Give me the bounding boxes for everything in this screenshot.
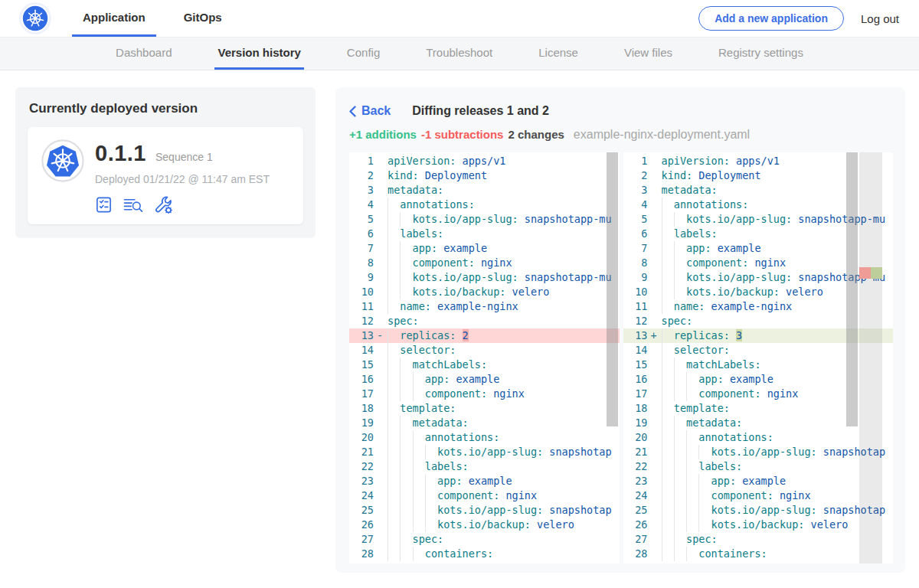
diff-line: 14selector: [349, 343, 620, 358]
diff-line: 5kots.io/app-slug: snapshotapp-mu [349, 212, 620, 227]
diff-line: 23app: example [349, 474, 620, 488]
kubernetes-logo-icon [21, 5, 49, 32]
deployed-version-number: 0.1.1 [95, 141, 146, 166]
app-kubernetes-badge-icon [41, 139, 84, 182]
diff-editor: 1apiVersion: apps/v12kind: Deployment3me… [349, 152, 893, 564]
diff-line: 9kots.io/app-slug: snapshotapp-mu [349, 270, 620, 285]
deployed-sequence-label: Sequence 1 [155, 151, 213, 163]
back-link[interactable]: Back [349, 104, 391, 118]
diff-line: 2kind: Deployment [349, 168, 620, 183]
diff-line: 20annotations: [349, 430, 620, 445]
deployed-card-title: Currently deployed version [29, 101, 303, 116]
diff-line: 21kots.io/app-slug: snapshotap [349, 445, 620, 459]
diff-line: 1apiVersion: apps/v1 [349, 154, 620, 168]
diff-line: 15matchLabels: [349, 358, 620, 372]
deployed-version-tile: 0.1.1 Sequence 1 Deployed 01/21/22 @ 11:… [28, 127, 303, 224]
diff-line: 18template: [349, 401, 620, 416]
diff-filename: example-nginx-deployment.yaml [574, 128, 750, 142]
diff-line: 17component: nginx [349, 387, 620, 401]
subnav-item-view-files[interactable]: View files [621, 38, 675, 70]
diff-line: 25kots.io/app-slug: snapshotap [623, 503, 894, 518]
app-subnav: DashboardVersion historyConfigTroublesho… [0, 37, 919, 70]
subnav-item-registry-settings[interactable]: Registry settings [715, 38, 806, 70]
add-application-button[interactable]: Add a new application [698, 6, 844, 31]
deployed-timestamp: Deployed 01/21/22 @ 11:47 am EST [95, 173, 270, 185]
subnav-item-license[interactable]: License [535, 38, 581, 70]
diff-title: Diffing releases 1 and 2 [412, 104, 549, 118]
subnav-item-dashboard[interactable]: Dashboard [113, 38, 175, 70]
ruler-removed-mark [859, 267, 871, 279]
diff-line: 26kots.io/backup: velero [349, 518, 620, 532]
version-action-icons [95, 195, 270, 214]
navbar-tab-gitops[interactable]: GitOps [173, 0, 233, 37]
subnav-item-version-history[interactable]: Version history [214, 38, 303, 70]
diff-line: 4annotations: [349, 198, 620, 212]
diff-line: 16app: example [349, 372, 620, 387]
diff-line: 28containers: [349, 547, 620, 561]
subnav-item-troubleshoot[interactable]: Troubleshoot [423, 38, 495, 70]
diff-line: 11name: example-nginx [349, 299, 620, 314]
diff-line: 19metadata: [349, 416, 620, 430]
subtractions-count: -1 subtractions [421, 128, 504, 141]
diff-line: 24component: nginx [623, 488, 894, 503]
overview-ruler[interactable] [859, 152, 882, 564]
diff-line: 3metadata: [349, 183, 620, 198]
subnav-item-config[interactable]: Config [344, 38, 383, 70]
diff-stats: +1 additions -1 subtractions 2 changes e… [349, 128, 893, 142]
top-navbar: ApplicationGitOps Add a new application … [0, 0, 919, 37]
main-content: Currently deployed version 0.1.1 Sequenc… [0, 70, 919, 573]
additions-count: +1 additions [349, 128, 417, 141]
diff-line: 6labels: [349, 227, 620, 241]
diff-line: 25kots.io/app-slug: snapshotap [349, 503, 620, 518]
diff-line: 23app: example [623, 474, 894, 488]
app-tabs: ApplicationGitOps [72, 0, 250, 37]
logout-link[interactable]: Log out [861, 12, 905, 25]
diff-line: 22labels: [349, 459, 620, 474]
right-scrollbar-thumb[interactable] [846, 152, 858, 426]
navbar-tab-application[interactable]: Application [72, 0, 156, 37]
diff-line: 26kots.io/backup: velero [623, 518, 894, 532]
diff-line: 12spec: [349, 314, 620, 328]
left-scrollbar-thumb[interactable] [607, 152, 618, 426]
diff-line: 8component: nginx [349, 256, 620, 270]
chevron-left-icon [349, 106, 356, 117]
diff-line: 7app: example [349, 241, 620, 256]
diff-line: 27spec: [349, 532, 620, 547]
diff-line: 10kots.io/backup: velero [349, 285, 620, 299]
ruler-added-mark [871, 267, 882, 279]
diff-line: 13-replicas: 2 [349, 328, 620, 343]
currently-deployed-card: Currently deployed version 0.1.1 Sequenc… [15, 87, 316, 238]
edit-config-icon[interactable] [154, 195, 173, 214]
diff-pane-modified: 1apiVersion: apps/v12kind: Deployment3me… [623, 152, 894, 564]
view-logs-icon[interactable] [123, 196, 144, 214]
diff-line: 27spec: [623, 532, 894, 547]
preflight-checks-icon[interactable] [95, 196, 113, 214]
diff-line: 28containers: [623, 547, 894, 561]
diff-line: 21kots.io/app-slug: snapshotap [623, 445, 894, 459]
diff-line: 20annotations: [623, 430, 894, 445]
diff-line: 24component: nginx [349, 488, 620, 503]
diff-line: 22labels: [623, 459, 894, 474]
diff-releases-card: Back Diffing releases 1 and 2 +1 additio… [335, 87, 905, 573]
changes-count: 2 changes [508, 128, 564, 141]
diff-pane-original: 1apiVersion: apps/v12kind: Deployment3me… [349, 152, 620, 564]
